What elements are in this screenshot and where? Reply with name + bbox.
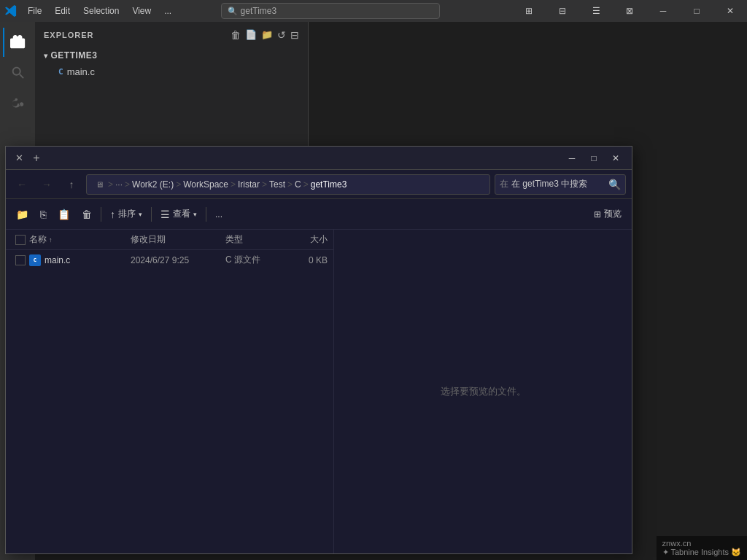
separator-6: >: [287, 179, 293, 190]
layout-icon[interactable]: ⊞: [512, 0, 546, 22]
folder-search-bar[interactable]: 在 在 getTime3 中搜索 🔍: [495, 174, 626, 195]
menu-bar: File Edit Selection View ...: [22, 3, 177, 19]
sort-label: 排序: [118, 208, 136, 220]
vscode-titlebar: File Edit Selection View ... 🔍 getTime3 …: [0, 0, 747, 22]
breadcrumb-iristar[interactable]: Iristar: [238, 179, 260, 190]
delete-icon[interactable]: 🗑: [231, 29, 241, 41]
preview-label: 预览: [604, 208, 622, 220]
delete-btn[interactable]: 🗑: [77, 203, 96, 225]
copy-icon: ⎘: [40, 209, 46, 220]
preview-empty-text: 选择要预览的文件。: [441, 385, 526, 398]
win-tab-close-btn[interactable]: ✕: [12, 151, 26, 166]
sidebar-icon-search[interactable]: [3, 58, 32, 88]
split-editor-icon[interactable]: ⊟: [546, 0, 579, 22]
separator-4: >: [231, 179, 236, 190]
col-type-header[interactable]: 类型: [225, 233, 284, 246]
row-type-col: C 源文件: [225, 254, 284, 266]
separator-1: >: [108, 179, 113, 190]
c-file-row-icon: c: [29, 254, 41, 266]
view-icon: ☰: [160, 209, 170, 220]
sidebar-icon-explorer[interactable]: [3, 28, 32, 57]
toolbar-separator-1: [101, 207, 101, 222]
win-toolbar: 📁 ⎘ 📋 🗑 ↑ 排序 ▾ ☰ 查看 ▾ ... ⊞ 预览: [6, 199, 632, 230]
sort-btn[interactable]: ↑ 排序 ▾: [106, 203, 147, 225]
search-placeholder: getTime3: [241, 6, 277, 16]
row-check-col: [12, 255, 29, 265]
preview-toggle-btn[interactable]: ⊞ 预览: [589, 205, 626, 223]
more-btn[interactable]: ...: [211, 203, 227, 225]
menu-more[interactable]: ...: [158, 3, 177, 19]
menu-view[interactable]: View: [126, 3, 157, 19]
home-icon: 🖥: [93, 178, 106, 191]
new-file-icon[interactable]: 📄: [245, 29, 257, 41]
copy-btn[interactable]: ⎘: [36, 203, 50, 225]
separator-5: >: [262, 179, 267, 190]
col-name-header[interactable]: 名称 ↑: [29, 233, 131, 246]
new-folder-icon[interactable]: 📁: [261, 29, 273, 41]
col-size-header[interactable]: 大小: [284, 233, 328, 246]
toolbar-separator-3: [206, 207, 206, 222]
breadcrumb-work2[interactable]: Work2 (E:): [132, 179, 174, 190]
tree-folder-gettime3[interactable]: ▾ GETTIME3: [38, 47, 305, 63]
win-close-btn[interactable]: ✕: [605, 148, 626, 168]
tabnine-watermark: ✦ Tabnine Insights 🐱: [662, 548, 741, 557]
menu-selection[interactable]: Selection: [77, 3, 125, 19]
win-tab-add-btn[interactable]: +: [29, 151, 44, 166]
file-list-area: 名称 ↑ 修改日期 类型 大小 c main.c 2024/6/27 9:25 …: [6, 230, 632, 553]
new-folder-btn[interactable]: 📁: [12, 203, 33, 225]
vscode-logo: [0, 0, 22, 22]
tree-file-main-c[interactable]: C main.c: [38, 63, 305, 79]
breadcrumb-gettime3[interactable]: getTime3: [311, 179, 347, 190]
paste-btn[interactable]: 📋: [53, 203, 74, 225]
sidebar-toggle-icon[interactable]: ☰: [579, 0, 613, 22]
file-list-main: 名称 ↑ 修改日期 类型 大小 c main.c 2024/6/27 9:25 …: [6, 230, 334, 553]
view-chevron-icon: ▾: [193, 211, 197, 218]
ellipsis-btn[interactable]: ···: [115, 179, 123, 190]
nav-back-btn[interactable]: ←: [12, 174, 32, 195]
chevron-down-icon: ▾: [44, 52, 48, 60]
check-all-box[interactable]: [15, 235, 26, 245]
search-lens-icon: 🔍: [608, 179, 621, 190]
row-checkbox[interactable]: [15, 255, 26, 265]
breadcrumb-test[interactable]: Test: [269, 179, 285, 190]
win-maximize-btn[interactable]: □: [584, 148, 604, 168]
sidebar-icon-source-control[interactable]: [3, 89, 32, 118]
row-file-name: main.c: [44, 255, 70, 265]
collapse-icon[interactable]: ⊟: [290, 29, 299, 41]
c-file-icon: C: [58, 67, 63, 77]
site-watermark: znwx.cn: [662, 539, 741, 548]
address-breadcrumb[interactable]: 🖥 > ··· > Work2 (E:) > WorkSpace > Irist…: [86, 174, 490, 195]
col-date-header[interactable]: 修改日期: [131, 233, 225, 246]
view-label: 查看: [173, 208, 190, 220]
separator-7: >: [303, 179, 309, 190]
menu-edit[interactable]: Edit: [49, 3, 76, 19]
preview-pane-icon: ⊞: [594, 209, 601, 219]
trash-icon: 🗑: [82, 209, 92, 220]
separator-3: >: [176, 179, 181, 190]
explorer-header: EXPLORER 🗑 📄 📁 ↺ ⊟: [35, 22, 308, 47]
breadcrumb-c[interactable]: C: [295, 179, 301, 190]
file-tree: ▾ GETTIME3 C main.c: [35, 47, 308, 79]
table-row[interactable]: c main.c 2024/6/27 9:25 C 源文件 0 KB: [6, 250, 333, 271]
paste-icon: 📋: [58, 209, 70, 220]
watermark: znwx.cn ✦ Tabnine Insights 🐱: [657, 536, 747, 560]
file-explorer-window: ✕ + ─ □ ✕ ← → ↑ 🖥 > ··· > Work2 (E:) > W…: [5, 146, 632, 554]
close-btn[interactable]: ✕: [713, 0, 747, 22]
explorer-actions: 🗑 📄 📁 ↺ ⊟: [231, 29, 299, 41]
folder-name: GETTIME3: [51, 50, 98, 61]
file-name: main.c: [67, 66, 95, 77]
folder-search-text: 在 getTime3 中搜索: [511, 178, 587, 190]
win-addressbar: ← → ↑ 🖥 > ··· > Work2 (E:) > WorkSpace >…: [6, 170, 632, 199]
win-minimize-btn[interactable]: ─: [562, 148, 582, 168]
refresh-icon[interactable]: ↺: [277, 29, 286, 41]
vscode-search-bar[interactable]: 🔍 getTime3: [221, 3, 440, 19]
minimize-btn[interactable]: ─: [646, 0, 680, 22]
view-btn[interactable]: ☰ 查看 ▾: [156, 203, 201, 225]
menu-file[interactable]: File: [22, 3, 47, 19]
maximize-btn[interactable]: □: [680, 0, 713, 22]
explorer-title: EXPLORER: [44, 31, 94, 39]
nav-forward-btn[interactable]: →: [36, 174, 57, 195]
grid-icon[interactable]: ⊠: [613, 0, 646, 22]
nav-up-btn[interactable]: ↑: [61, 174, 82, 195]
breadcrumb-workspace[interactable]: WorkSpace: [183, 179, 228, 190]
